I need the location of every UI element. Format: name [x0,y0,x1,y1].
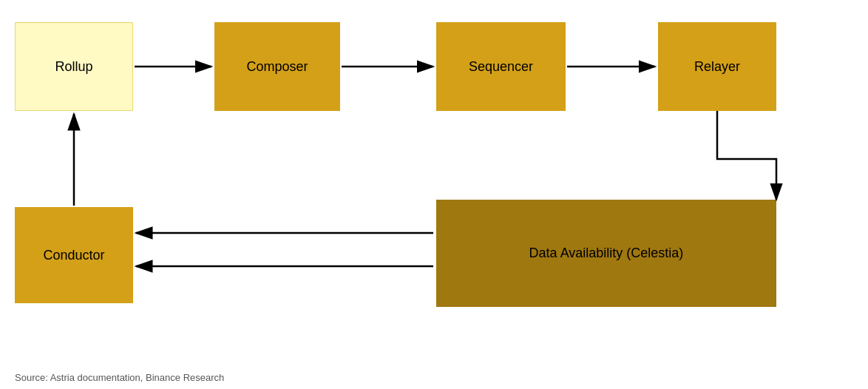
relayer-box: Relayer [658,22,776,111]
arrow-relayer-da [717,111,776,200]
sequencer-label: Sequencer [469,59,533,75]
data-availability-box: Data Availability (Celestia) [436,200,776,307]
sequencer-box: Sequencer [436,22,566,111]
rollup-box: Rollup [15,22,133,111]
composer-label: Composer [246,59,308,75]
conductor-label: Conductor [43,248,104,263]
rollup-label: Rollup [55,59,92,75]
source-citation: Source: Astria documentation, Binance Re… [15,372,224,383]
relayer-label: Relayer [694,59,740,75]
composer-box: Composer [214,22,340,111]
conductor-box: Conductor [15,207,133,303]
data-availability-label: Data Availability (Celestia) [529,246,684,261]
diagram-container: Rollup Composer Sequencer Relayer Conduc… [0,0,868,362]
